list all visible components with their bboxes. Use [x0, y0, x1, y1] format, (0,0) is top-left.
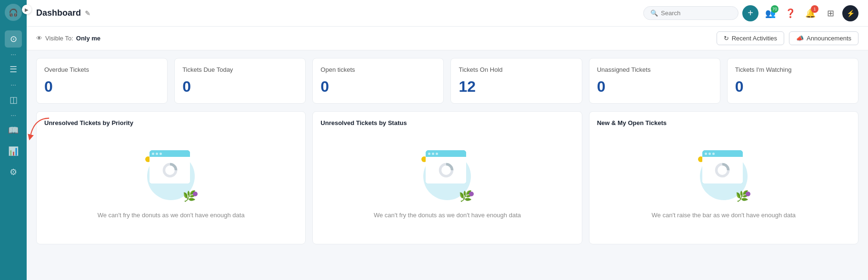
browser-window-2 — [702, 150, 743, 183]
stat-title-1: Tickets Due Today — [182, 66, 298, 73]
stat-value-1: 0 — [182, 78, 298, 96]
sidebar-expand-button[interactable]: ▶ — [22, 5, 31, 14]
home-icon: ⊙ — [10, 34, 17, 44]
agents-button[interactable]: 👥 70 — [762, 5, 778, 21]
stat-title-0: Overdue Tickets — [44, 66, 160, 73]
browser-content-0 — [150, 157, 190, 183]
inbox-icon: ☰ — [10, 64, 17, 75]
charts-row: Unresolved Tickets by Priority — [36, 111, 858, 244]
stat-title-5: Tickets I'm Watching — [735, 66, 850, 73]
megaphone-icon: 📣 — [796, 35, 804, 42]
sidebar-item-more-3[interactable]: ··· — [10, 111, 16, 119]
chart-illustration-0: 🌿 We can't fry the donuts as we don't ha… — [98, 130, 245, 236]
stat-title-4: Unassigned Tickets — [597, 66, 712, 73]
donut-chart-1 — [438, 162, 455, 179]
help-button[interactable]: ❓ — [782, 5, 798, 21]
recent-activities-button[interactable]: ↻ Recent Activities — [717, 31, 784, 45]
sidebar-item-chart[interactable]: 📊 — [5, 143, 22, 160]
sidebar-item-book[interactable]: 📖 — [5, 122, 22, 139]
apps-icon: ⊞ — [827, 8, 834, 19]
chart-card-2: New & My Open Tickets — [589, 111, 858, 244]
donut-illustration-0: 🌿 — [142, 148, 200, 205]
visible-to-value: Only me — [76, 35, 100, 42]
stat-title-2: Open tickets — [320, 66, 436, 73]
search-bar[interactable]: 🔍 — [643, 6, 738, 20]
refresh-icon: ↻ — [724, 35, 729, 42]
browser-content-1 — [426, 157, 466, 183]
header-title-area: Dashboard ✎ — [36, 8, 643, 18]
eye-icon: 👁 — [36, 35, 42, 42]
stat-card-5[interactable]: Tickets I'm Watching 0 — [727, 58, 858, 104]
chart-card-0: Unresolved Tickets by Priority — [36, 111, 306, 244]
add-button[interactable]: + — [742, 5, 758, 21]
header-actions: 🔍 + 👥 70 ❓ 🔔 1 ⊞ ⚡ — [643, 5, 858, 21]
donut-illustration-1: 🌿 — [419, 148, 476, 205]
announcements-button[interactable]: 📣 Announcements — [789, 31, 858, 45]
sidebar: ▶ 🎧 ⊙ ··· ☰ ··· ◫ ··· 📖 📊 ⚙ — [0, 0, 27, 280]
browser-window-1 — [426, 150, 466, 183]
chart-card-1: Unresolved Tickets by Status — [312, 111, 582, 244]
settings-icon: ⚙ — [10, 167, 17, 177]
sidebar-item-home[interactable]: ⊙ — [5, 30, 22, 48]
donut-chart-2 — [714, 162, 731, 179]
chart-empty-text-0: We can't fry the donuts as we don't have… — [98, 212, 245, 219]
donut-chart-0 — [161, 162, 179, 179]
sidebar-item-more-2[interactable]: ··· — [10, 81, 16, 88]
chart-title-1: Unresolved Tickets by Status — [320, 119, 574, 126]
dot-purple-2 — [746, 192, 750, 196]
dot-purple-0 — [193, 192, 198, 196]
stats-row: Overdue Tickets 0 Tickets Due Today 0 Op… — [36, 58, 858, 104]
dashboard-content: Overdue Tickets 0 Tickets Due Today 0 Op… — [27, 50, 868, 280]
chart-title-0: Unresolved Tickets by Priority — [44, 119, 298, 126]
sub-header-actions: ↻ Recent Activities 📣 Announcements — [717, 31, 858, 45]
sidebar-item-layers[interactable]: ◫ — [5, 91, 22, 108]
dot-purple-1 — [469, 192, 474, 196]
chart-empty-text-2: We can't raise the bar as we don't have … — [652, 212, 796, 219]
sidebar-item-more-1[interactable]: ··· — [10, 50, 16, 58]
header: Dashboard ✎ 🔍 + 👥 70 ❓ 🔔 1 ⊞ — [27, 0, 868, 27]
stat-card-2[interactable]: Open tickets 0 — [312, 58, 444, 104]
chart-title-2: New & My Open Tickets — [597, 119, 850, 126]
browser-content-2 — [702, 157, 743, 183]
search-icon: 🔍 — [650, 10, 658, 17]
page-title: Dashboard — [36, 8, 81, 18]
book-icon: 📖 — [8, 125, 19, 135]
stat-card-1[interactable]: Tickets Due Today 0 — [174, 58, 306, 104]
sidebar-item-settings[interactable]: ⚙ — [5, 164, 22, 181]
stat-value-2: 0 — [320, 78, 436, 96]
apps-button[interactable]: ⊞ — [822, 5, 838, 21]
browser-bar-2 — [702, 150, 743, 157]
layers-icon: ◫ — [10, 95, 18, 105]
stat-card-3[interactable]: Tickets On Hold 12 — [450, 58, 582, 104]
avatar-icon: ⚡ — [847, 10, 855, 17]
browser-bar-0 — [150, 150, 190, 157]
donut-illustration-2: 🌿 — [695, 148, 752, 205]
help-icon: ❓ — [785, 8, 796, 19]
visible-to-label: Visible To: — [45, 35, 73, 42]
stat-value-5: 0 — [735, 78, 850, 96]
stat-card-4[interactable]: Unassigned Tickets 0 — [589, 58, 720, 104]
chart-illustration-1: 🌿 We can't fry the donuts as we don't ha… — [374, 130, 521, 236]
visibility-indicator: 👁 Visible To: Only me — [36, 35, 100, 42]
stat-value-3: 12 — [459, 78, 574, 96]
sidebar-item-inbox[interactable]: ☰ — [5, 61, 22, 78]
browser-window-0 — [150, 150, 190, 183]
chart-empty-text-1: We can't fry the donuts as we don't have… — [374, 212, 521, 219]
sidebar-logo[interactable]: 🎧 — [5, 4, 22, 21]
notification-badge: 1 — [811, 5, 818, 13]
main-content: Dashboard ✎ 🔍 + 👥 70 ❓ 🔔 1 ⊞ — [27, 0, 868, 280]
chart-icon: 📊 — [8, 146, 19, 156]
agents-badge: 70 — [771, 5, 778, 13]
stat-title-3: Tickets On Hold — [459, 66, 574, 73]
search-input[interactable] — [661, 10, 731, 17]
stat-value-0: 0 — [44, 78, 160, 96]
stat-card-0[interactable]: Overdue Tickets 0 — [36, 58, 168, 104]
avatar[interactable]: ⚡ — [842, 5, 858, 21]
sub-header: 👁 Visible To: Only me ↻ Recent Activitie… — [27, 27, 868, 50]
edit-dashboard-icon[interactable]: ✎ — [85, 10, 90, 17]
stat-value-4: 0 — [597, 78, 712, 96]
chart-illustration-2: 🌿 We can't raise the bar as we don't hav… — [652, 130, 796, 236]
notifications-button[interactable]: 🔔 1 — [802, 5, 818, 21]
browser-bar-1 — [426, 150, 466, 157]
